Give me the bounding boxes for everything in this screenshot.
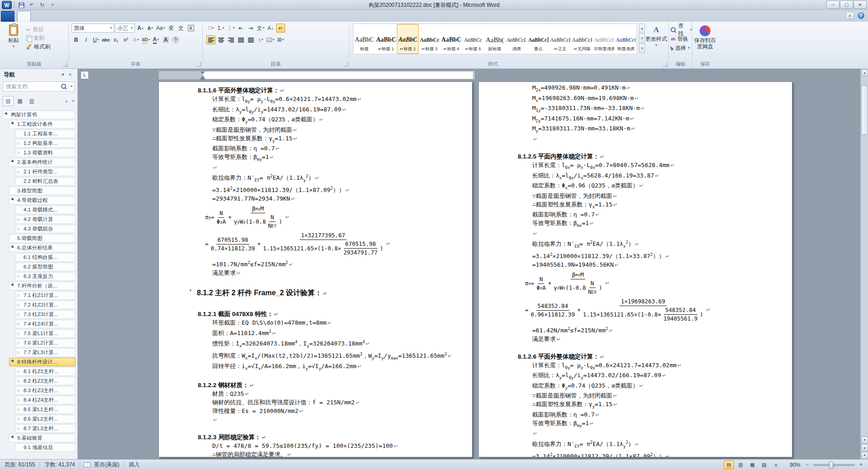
outline-item[interactable]: 6.总体分析结果 <box>9 244 76 252</box>
style-chip[interactable]: AaBbCcI 不明显强调 <box>593 24 615 54</box>
phonetic-guide-button[interactable]: 变 <box>167 24 176 33</box>
outline-item[interactable]: 6.2 振型简图 <box>15 263 76 271</box>
outline-item[interactable]: 8.1 柱Z1主杆... <box>15 367 76 376</box>
decrease-indent-button[interactable]: ⇤ <box>236 24 245 33</box>
outline-item[interactable]: 2.2 材料汇总表 <box>15 177 76 186</box>
ribbon-tab[interactable] <box>81 11 94 22</box>
character-shading-button[interactable]: A <box>161 35 170 44</box>
indent-marker[interactable] <box>200 72 205 80</box>
replace-button[interactable]: ab替换 <box>671 34 692 43</box>
ribbon-tab[interactable] <box>31 11 43 22</box>
grow-font-button[interactable]: A▾ <box>136 24 145 33</box>
style-chip[interactable]: AaBbC 标题 <box>353 24 375 54</box>
sort-button[interactable]: A↓ <box>266 24 275 33</box>
zoom-out-icon[interactable]: − <box>804 461 811 468</box>
align-center-button[interactable] <box>216 35 225 44</box>
outline-item[interactable]: 8.特殊杆件设计... <box>9 358 76 366</box>
change-styles-button[interactable]: A 更改样式 ▾ <box>645 25 667 47</box>
ribbon-tab[interactable] <box>119 11 132 22</box>
outline-item[interactable]: 7.2 柱Z2计算... <box>15 301 76 309</box>
expand-icon[interactable] <box>17 273 23 280</box>
outline-item[interactable]: 9.1 地基信息 <box>15 443 76 452</box>
view-fullscreen-button[interactable]: ▥ <box>735 460 746 469</box>
outline-item[interactable]: 6.1 结构自振... <box>15 253 76 262</box>
outline-item[interactable]: 7.7 梁L3计算... <box>15 348 76 357</box>
search-input[interactable] <box>3 83 61 90</box>
underline-button[interactable]: U▾ <box>91 35 100 44</box>
maximize-button[interactable]: ▢ <box>840 0 853 9</box>
show-marks-button[interactable]: ↵ <box>276 24 285 33</box>
ribbon-tab[interactable] <box>107 11 119 22</box>
change-case-button[interactable]: Aa▾ <box>156 24 166 33</box>
baidu-save-button[interactable]: 保存到百度网盘 <box>693 25 717 50</box>
expand-icon[interactable] <box>17 425 23 432</box>
font-name-combo[interactable]: 黑体▾ <box>72 24 114 33</box>
navtab-headings[interactable]: ▤ <box>3 96 14 106</box>
previous-heading-icon[interactable]: ▲ <box>64 99 68 103</box>
navtab-results[interactable]: ▥ <box>26 96 37 106</box>
outline-item[interactable]: 5.荷载简图 <box>9 234 76 243</box>
outline-item[interactable]: 8.2 柱Z2主杆... <box>15 377 76 385</box>
outline-item[interactable]: 8.5 梁L1主杆... <box>15 405 76 414</box>
page-left[interactable]: 8.1.1.6 平面外整体稳定计算：↵ 计算长度：l0y= μy·L0y=0.6… <box>158 82 472 457</box>
expand-icon[interactable] <box>17 368 23 375</box>
asian-layout-button[interactable]: 文▾ <box>256 24 265 33</box>
outline-item[interactable]: 3.模型简图 <box>9 187 76 195</box>
character-border-button[interactable]: A <box>186 24 196 33</box>
page-indicator[interactable]: 页面: 61/155 <box>4 461 36 469</box>
chevron-down-icon[interactable]: ▾ <box>71 85 72 88</box>
ribbon-tab[interactable] <box>56 11 69 22</box>
expand-icon[interactable] <box>17 339 23 347</box>
outline-item[interactable]: 1.1 工程基本... <box>15 129 76 138</box>
format-painter-button[interactable]: 格式刷 <box>26 43 50 51</box>
outline-item[interactable]: 9.基础验算 <box>9 434 76 442</box>
view-outline-button[interactable]: ▧ <box>759 460 769 469</box>
ribbon-tab[interactable] <box>17 11 31 22</box>
expand-icon[interactable] <box>17 330 23 337</box>
align-left-button[interactable] <box>206 35 215 44</box>
style-chip[interactable]: AaBb( 副标题 <box>484 24 506 54</box>
style-chip[interactable]: AaBbCc ↵标题 3 <box>419 24 440 54</box>
subscript-button[interactable]: x₂ <box>111 35 120 44</box>
outline-item[interactable]: 6.3 支座反力 <box>15 272 76 281</box>
next-heading-icon[interactable]: ▼ <box>71 99 75 103</box>
enclose-characters-button[interactable]: 字 <box>171 35 180 44</box>
gallery-up-button[interactable]: ▲ <box>639 24 645 33</box>
outline-item[interactable]: 7.3 柱Z3计算... <box>15 310 76 319</box>
highlight-color-button[interactable]: ab▾ <box>141 35 150 44</box>
style-chip[interactable]: AaBbCci 明显强调 <box>615 24 637 54</box>
next-page-icon[interactable]: ▼ <box>861 452 868 459</box>
outline-item[interactable]: 7.4 柱Z4计算... <box>15 320 76 328</box>
zoom-level[interactable]: 90% <box>784 462 801 468</box>
outline-item[interactable]: 4.2 荷载计算 <box>15 215 76 224</box>
strikethrough-button[interactable]: abc <box>101 35 110 44</box>
outline-item[interactable]: 1.2 构架基本... <box>15 139 76 148</box>
search-icon[interactable] <box>61 84 67 90</box>
gallery-down-button[interactable]: ▼ <box>639 34 645 43</box>
font-color-button[interactable]: A▾ <box>151 35 160 44</box>
outline-item[interactable]: 4.3 荷载组合 <box>15 225 76 233</box>
find-button[interactable]: 查找▾ <box>671 25 692 34</box>
outline-item[interactable]: 8.4 柱Z4主杆... <box>15 396 76 404</box>
zoom-slider[interactable] <box>813 464 855 466</box>
outline-item[interactable]: 8.7 梁L3主杆... <box>15 424 76 433</box>
align-right-button[interactable] <box>226 35 235 44</box>
select-button[interactable]: 选择▾ <box>671 43 692 53</box>
zoom-slider-thumb[interactable] <box>829 462 833 469</box>
outline-item[interactable]: 1.工程设计条件 <box>9 120 76 129</box>
tab-stop-selector[interactable]: L <box>81 71 89 79</box>
collapse-ribbon-icon[interactable]: ∧ <box>846 12 854 19</box>
outline-item[interactable]: 2.基本构件统计 <box>9 158 76 167</box>
navigation-menu-icon[interactable]: ▼ <box>59 71 67 78</box>
outline-item[interactable]: 4.导荷载过程 <box>9 196 76 205</box>
shrink-font-button[interactable]: A▾ <box>146 24 155 33</box>
style-chip[interactable]: AaBbCcI ↵无间隔 <box>571 24 593 54</box>
justify-button[interactable] <box>236 35 245 44</box>
expand-icon[interactable] <box>17 320 23 328</box>
bullets-button[interactable]: ∷▾ <box>206 24 215 33</box>
style-chip[interactable]: AaBbCcI ↵正文 <box>549 24 571 54</box>
gallery-more-button[interactable]: ▼ <box>639 43 645 53</box>
help-icon[interactable]: ? <box>858 12 864 19</box>
line-spacing-button[interactable]: ↕▾ <box>256 35 265 44</box>
outline-item[interactable]: 构架计算书 <box>3 110 76 119</box>
